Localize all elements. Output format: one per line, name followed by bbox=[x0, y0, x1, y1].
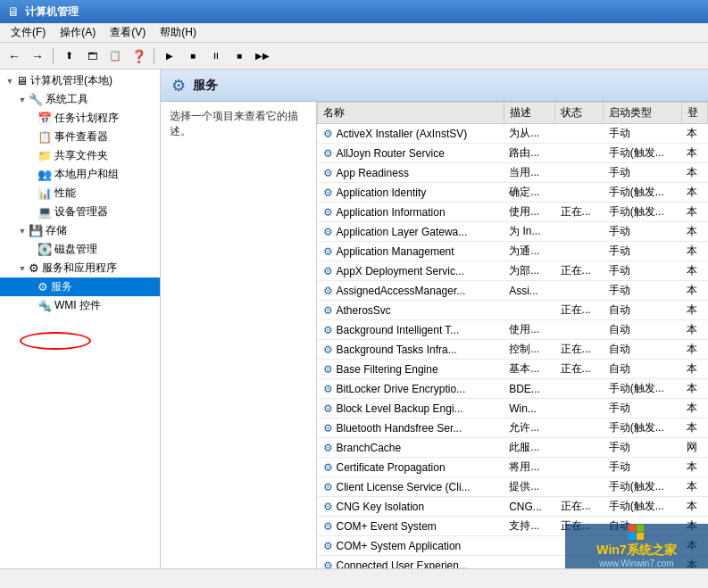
tree-expand-icon[interactable] bbox=[29, 187, 37, 200]
service-name: ⚙Bluetooth Handsfree Ser... bbox=[318, 418, 504, 438]
table-row[interactable]: ⚙Block Level Backup Engi...Win...手动本 bbox=[318, 399, 708, 418]
tree-item-label: 性能 bbox=[54, 186, 76, 201]
table-row[interactable]: ⚙Application Layer Gatewa...为 In...手动本 bbox=[318, 222, 708, 242]
service-name: ⚙Certificate Propagation bbox=[318, 458, 504, 477]
tree-item[interactable]: 🔩WMI 控件 bbox=[0, 296, 160, 315]
tree-expand-icon[interactable]: ▼ bbox=[16, 225, 29, 237]
column-header[interactable]: 启动类型 bbox=[604, 103, 681, 124]
table-row[interactable]: ⚙CNG Key IsolationCNG...正在...手动(触发...本 bbox=[318, 497, 708, 517]
table-row[interactable]: ⚙AssignedAccessManager...Assi...手动本 bbox=[318, 281, 708, 301]
column-header[interactable]: 状态 bbox=[555, 103, 604, 124]
tree-item[interactable]: 💻设备管理器 bbox=[0, 203, 160, 221]
stop-button[interactable]: ■ bbox=[182, 46, 204, 66]
tree-expand-icon[interactable] bbox=[29, 206, 37, 219]
show-hide-button[interactable]: 🗔 bbox=[81, 46, 103, 66]
tree-expand-icon[interactable] bbox=[29, 244, 37, 256]
properties-button[interactable]: 📋 bbox=[104, 46, 126, 66]
table-row[interactable]: ⚙BitLocker Drive Encryptio...BDE...手动(触发… bbox=[318, 379, 708, 399]
service-name: ⚙AppX Deployment Servic... bbox=[318, 261, 504, 281]
service-icon: ⚙ bbox=[323, 324, 333, 336]
next-button[interactable]: ▶▶ bbox=[252, 46, 273, 66]
tree-item[interactable]: ▼⚙服务和应用程序 bbox=[0, 259, 160, 277]
tree-expand-icon[interactable] bbox=[29, 131, 37, 144]
tree-expand-icon[interactable] bbox=[29, 150, 37, 162]
menu-bar: 文件(F)操作(A)查看(V)帮助(H) bbox=[0, 23, 708, 43]
tree-item-icon: 📅 bbox=[37, 112, 52, 125]
pause-button[interactable]: ⏸ bbox=[205, 46, 227, 66]
up-button[interactable]: ⬆ bbox=[58, 46, 79, 66]
service-desc: 将用... bbox=[504, 458, 554, 477]
menu-item[interactable]: 帮助(H) bbox=[153, 23, 204, 42]
service-startup: 手动(触发... bbox=[604, 379, 681, 399]
tree-item[interactable]: ⚙服务 bbox=[0, 277, 160, 296]
service-login: 本 bbox=[681, 379, 708, 399]
table-row[interactable]: ⚙Application Information使用...正在...手动(触发.… bbox=[318, 203, 708, 222]
tree-item[interactable]: 📊性能 bbox=[0, 184, 160, 203]
service-desc: 确定... bbox=[504, 183, 554, 203]
table-row[interactable]: ⚙AllJoyn Router Service路由...手动(触发...本 bbox=[318, 144, 708, 163]
tree-expand-icon[interactable]: ▼ bbox=[16, 262, 29, 275]
service-name: ⚙CNG Key Isolation bbox=[318, 497, 504, 517]
table-row[interactable]: ⚙Application Management为通...手动本 bbox=[318, 242, 708, 261]
table-row[interactable]: ⚙Base Filtering Engine基本...正在...自动本 bbox=[318, 360, 708, 379]
back-button[interactable]: ← bbox=[4, 46, 25, 66]
service-desc bbox=[504, 536, 554, 556]
table-row[interactable]: ⚙Client License Service (Cli...提供...手动(触… bbox=[318, 477, 708, 497]
column-header[interactable]: 名称 bbox=[318, 103, 504, 124]
tree-expand-icon[interactable]: ▼ bbox=[16, 94, 29, 106]
service-status bbox=[555, 438, 604, 458]
tree-item-icon: 📁 bbox=[37, 149, 52, 162]
service-status bbox=[555, 163, 604, 183]
title-bar: 🖥 计算机管理 bbox=[0, 0, 708, 23]
table-row[interactable]: ⚙AppX Deployment Servic...为部...正在...手动本 bbox=[318, 261, 708, 281]
column-header[interactable]: 登 bbox=[681, 103, 708, 124]
table-row[interactable]: ⚙Application Identity确定...手动(触发...本 bbox=[318, 183, 708, 203]
tree-item[interactable]: 💽磁盘管理 bbox=[0, 240, 160, 259]
service-status bbox=[555, 124, 604, 144]
tree-item[interactable]: 👥本地用户和组 bbox=[0, 165, 160, 184]
tree-expand-icon[interactable] bbox=[29, 112, 37, 125]
menu-item[interactable]: 操作(A) bbox=[53, 23, 103, 42]
service-name: ⚙App Readiness bbox=[318, 163, 504, 183]
table-row[interactable]: ⚙Background Intelligent T...使用...自动本 bbox=[318, 320, 708, 340]
tree-expand-icon[interactable] bbox=[29, 169, 37, 181]
service-icon: ⚙ bbox=[323, 540, 333, 552]
service-login: 本 bbox=[681, 203, 708, 222]
tree-item[interactable]: ▼💾存储 bbox=[0, 221, 160, 240]
forward-button[interactable]: → bbox=[27, 46, 48, 66]
service-desc bbox=[504, 301, 554, 320]
tree-item[interactable]: 📋事件查看器 bbox=[0, 128, 160, 146]
table-row[interactable]: ⚙Connected User Experien...本 bbox=[318, 556, 708, 569]
tree-item[interactable]: 📅任务计划程序 bbox=[0, 109, 160, 128]
service-name: ⚙AtherosSvc bbox=[318, 301, 504, 320]
service-status bbox=[555, 320, 604, 340]
tree-item[interactable]: ▼🔧系统工具 bbox=[0, 90, 160, 109]
table-row[interactable]: ⚙AtherosSvc正在...自动本 bbox=[318, 301, 708, 320]
column-header[interactable]: 描述 bbox=[504, 103, 554, 124]
table-row[interactable]: ⚙Bluetooth Handsfree Ser...允许...手动(触发...… bbox=[318, 418, 708, 438]
service-icon: ⚙ bbox=[323, 422, 333, 435]
tree-item[interactable]: 📁共享文件夹 bbox=[0, 146, 160, 165]
table-row[interactable]: ⚙COM+ System Application本 bbox=[318, 536, 708, 556]
table-row[interactable]: ⚙Certificate Propagation将用...手动本 bbox=[318, 458, 708, 477]
tree-expand-icon[interactable] bbox=[29, 281, 37, 294]
menu-item[interactable]: 文件(F) bbox=[4, 23, 53, 42]
service-desc: 允许... bbox=[504, 418, 554, 438]
restart-button[interactable]: ■ bbox=[229, 46, 250, 66]
menu-item[interactable]: 查看(V) bbox=[103, 23, 153, 42]
table-row[interactable]: ⚙COM+ Event System支持...正在...自动本 bbox=[318, 517, 708, 536]
table-row[interactable]: ⚙Background Tasks Infra...控制...正在...自动本 bbox=[318, 340, 708, 360]
service-desc: 基本... bbox=[504, 360, 554, 379]
table-row[interactable]: ⚙BranchCache此服...手动网 bbox=[318, 438, 708, 458]
table-row[interactable]: ⚙App Readiness当用...手动本 bbox=[318, 163, 708, 183]
service-login: 本 bbox=[681, 242, 708, 261]
help-button[interactable]: ❓ bbox=[128, 46, 149, 66]
service-icon: ⚙ bbox=[323, 363, 333, 376]
service-name: ⚙Background Tasks Infra... bbox=[318, 340, 504, 360]
tree-item[interactable]: ▼🖥计算机管理(本地) bbox=[0, 71, 160, 90]
tree-expand-icon[interactable] bbox=[29, 300, 37, 312]
play-button[interactable]: ▶ bbox=[159, 46, 180, 66]
service-status: 正在... bbox=[555, 261, 604, 281]
tree-expand-icon[interactable]: ▼ bbox=[4, 75, 16, 87]
table-row[interactable]: ⚙ActiveX Installer (AxInstSV)为从...手动本 bbox=[318, 124, 708, 144]
